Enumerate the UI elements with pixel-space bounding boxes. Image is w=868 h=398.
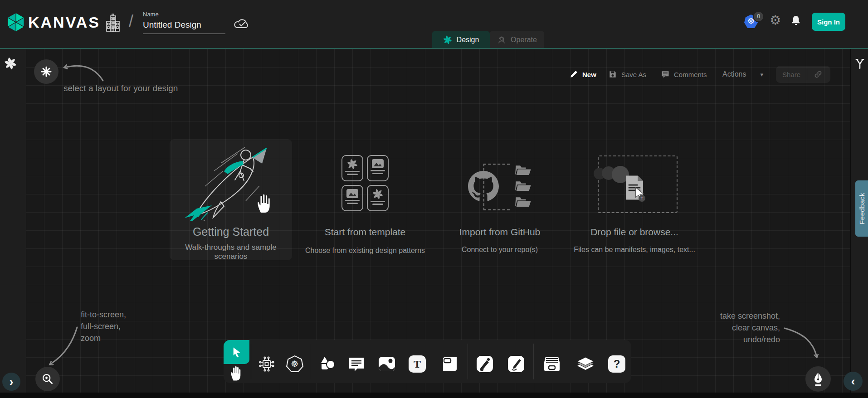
layout-hint-text: select a layout for your design	[63, 83, 178, 93]
text-tool-button[interactable]: T	[408, 355, 426, 373]
comment-tool-button[interactable]	[347, 355, 366, 373]
breadcrumb-slash: /	[129, 12, 133, 31]
layout-asterisk-icon	[40, 66, 52, 78]
card-start-from-template[interactable]	[341, 155, 389, 211]
new-label: New	[582, 71, 596, 78]
share-link-icon	[814, 70, 823, 79]
zoom-button[interactable]	[35, 367, 60, 391]
select-arrow-icon	[231, 346, 243, 359]
note-tool-button[interactable]	[441, 355, 459, 373]
settings-gear-icon[interactable]: ⚙	[770, 13, 781, 28]
collapse-right-panel-button[interactable]: ‹	[844, 372, 863, 391]
select-tool-button[interactable]	[224, 340, 249, 364]
zoom-hint-text: fit-to-screen, full-screen, zoom	[81, 309, 126, 344]
operate-headset-icon	[497, 35, 506, 44]
design-name-label: Name	[143, 11, 159, 18]
pen-tool-button[interactable]	[476, 355, 494, 373]
plus-badge-icon: +	[639, 195, 645, 202]
hand-pan-icon	[229, 365, 244, 382]
template-thumb-design	[341, 155, 363, 181]
sign-in-button[interactable]: Sign In	[812, 13, 845, 31]
card-getting-started-subtitle: Walk-throughs and sample scenarios	[170, 243, 292, 261]
kubernetes-context-count-badge: 0	[753, 11, 764, 22]
template-thumb-design	[367, 185, 389, 211]
flask-validate-icon[interactable]	[854, 57, 866, 70]
pencil-new-icon	[569, 70, 578, 79]
left-dock-strip	[0, 49, 26, 393]
cloud-save-status-icon	[234, 16, 251, 30]
svg-text:☸: ☸	[291, 359, 299, 369]
template-thumb-image	[367, 155, 389, 181]
tab-design-label: Design	[457, 36, 479, 44]
layers-icon	[576, 355, 595, 373]
dock-separator	[468, 344, 468, 379]
save-as-label: Save As	[621, 71, 646, 78]
kubernetes-tool-button[interactable]: ☸	[286, 355, 304, 373]
new-design-button[interactable]: New	[569, 66, 596, 83]
design-name-input[interactable]	[143, 20, 225, 34]
share-divider	[807, 69, 807, 80]
folder-icon	[515, 164, 532, 176]
feedback-tab-label: Feedback	[858, 193, 866, 224]
folder-icon	[515, 196, 532, 208]
drawer-archive-icon	[543, 356, 561, 372]
image-tool-button[interactable]	[378, 355, 396, 373]
shapes-icon	[318, 355, 336, 373]
share-label: Share	[776, 71, 807, 78]
canvas-top-accent-line	[0, 48, 868, 49]
whiteboard-pen-button[interactable]	[805, 366, 831, 392]
card-template-title[interactable]: Start from template	[308, 227, 422, 238]
help-tool-button[interactable]: ?	[608, 355, 626, 373]
comments-button[interactable]: Comments	[661, 66, 707, 83]
feedback-tab[interactable]: Feedback	[855, 180, 868, 237]
tool-dock: ☸ T	[224, 340, 631, 383]
pan-tool-button[interactable]	[229, 365, 245, 382]
comments-label: Comments	[674, 71, 707, 78]
card-github-title[interactable]: Import from GitHub	[443, 227, 556, 238]
design-spiral-icon	[443, 35, 452, 44]
app-header: KANVAS / Name	[0, 0, 868, 48]
floppy-save-icon	[608, 70, 617, 79]
kanvas-logo-icon[interactable]	[6, 12, 25, 33]
layout-select-button[interactable]	[34, 59, 59, 84]
dock-separator	[251, 344, 251, 379]
help-glyph: ?	[614, 358, 620, 370]
card-template-subtitle: Choose from existing design patterns	[299, 247, 431, 255]
card-drop-subtitle: Files can be manifests, images, text...	[566, 246, 702, 254]
pencil-draw-icon	[507, 355, 525, 373]
comments-bubble-icon	[661, 70, 670, 79]
tab-design[interactable]: Design	[432, 31, 490, 48]
components-tool-button[interactable]	[258, 355, 276, 373]
tab-operate[interactable]: Operate	[490, 31, 544, 48]
card-getting-started-title: Getting Started	[170, 225, 292, 238]
brand-wordmark: KANVAS	[28, 14, 100, 31]
image-icon	[378, 356, 396, 372]
actions-dropdown[interactable]: Actions ▾	[722, 66, 763, 83]
template-thumb-image	[341, 185, 363, 211]
share-button[interactable]: Share	[776, 66, 830, 83]
pencil-tool-button[interactable]	[507, 355, 525, 373]
kubernetes-helm-icon: ☸	[286, 355, 304, 373]
dock-separator	[310, 344, 310, 379]
expand-left-panel-button[interactable]: ›	[2, 373, 20, 391]
card-getting-started[interactable]: Getting Started Walk-throughs and sample…	[170, 139, 292, 260]
tab-operate-label: Operate	[511, 36, 537, 44]
save-as-button[interactable]: Save As	[608, 66, 646, 83]
meshery-spiral-icon[interactable]	[4, 57, 17, 70]
hand-cursor-icon	[255, 193, 274, 214]
layers-tool-button[interactable]	[576, 355, 595, 373]
organization-icon[interactable]	[105, 13, 121, 34]
kanvas-app: KANVAS / Name	[0, 0, 868, 398]
bottom-edge-bar	[0, 393, 868, 398]
pen-nib-icon	[812, 372, 824, 386]
magnifier-plus-icon	[41, 373, 54, 385]
folder-icon	[515, 180, 532, 192]
canvas-actions-hint-text: take screenshot, clear canvas, undo/redo	[644, 310, 780, 345]
github-octocat-icon[interactable]	[468, 171, 499, 202]
card-drop-title[interactable]: Drop file or browse...	[578, 227, 691, 238]
chevron-right-icon: ›	[10, 376, 14, 388]
pen-bezier-icon	[476, 355, 493, 373]
drawer-tool-button[interactable]	[543, 355, 561, 373]
notifications-bell-icon[interactable]	[790, 15, 802, 28]
shapes-tool-button[interactable]	[318, 355, 336, 373]
